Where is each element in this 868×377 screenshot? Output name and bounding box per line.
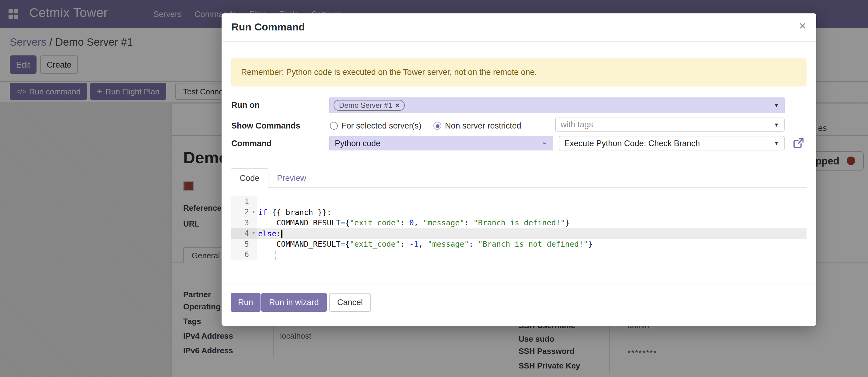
radio-non-server-restricted[interactable] xyxy=(433,122,441,130)
chevron-down-icon: ▼ xyxy=(774,102,779,108)
editor-line-1[interactable]: 1 xyxy=(231,196,807,207)
code-line-content[interactable]: COMMAND_RESULT={"exit_code": -1, "messag… xyxy=(257,239,807,250)
with-tags-select[interactable]: with tags ▼ xyxy=(555,118,785,132)
chevron-down-icon: ⌄ xyxy=(541,137,548,146)
editor-line-4[interactable]: 4▼else: xyxy=(231,228,807,239)
indent-guide xyxy=(267,218,267,228)
radio-label-non-server-restricted[interactable]: Non server restricted xyxy=(445,121,521,130)
indent-guide xyxy=(284,250,284,260)
chevron-down-icon: ▼ xyxy=(774,140,779,146)
run-command-dialog: Run Command × Remember: Python code is e… xyxy=(222,13,816,326)
code-line-content[interactable]: COMMAND_RESULT={"exit_code": 0, "message… xyxy=(257,218,807,228)
command-type-select[interactable]: Python code ⌄ xyxy=(329,136,553,150)
command-type-value: Python code xyxy=(335,139,380,148)
editor-line-3[interactable]: 3 COMMAND_RESULT={"exit_code": 0, "messa… xyxy=(231,218,807,228)
chevron-down-icon: ▼ xyxy=(774,121,779,127)
dialog-header: Run Command × xyxy=(222,13,816,42)
code-line-content[interactable]: else: xyxy=(257,228,807,239)
line-number: 5 xyxy=(245,240,249,248)
line-gutter: 2▼ xyxy=(231,207,257,218)
line-gutter: 4▼ xyxy=(231,228,257,239)
tag-remove-icon[interactable]: × xyxy=(395,102,399,109)
line-number: 2 xyxy=(245,208,249,216)
editor-line-2[interactable]: 2▼if {{ branch }}: xyxy=(231,207,807,218)
code-line-content[interactable] xyxy=(257,250,807,260)
close-icon[interactable]: × xyxy=(799,20,806,32)
show-commands-label: Show Commands xyxy=(231,121,300,130)
code-line-content[interactable]: if {{ branch }}: xyxy=(257,207,807,218)
editor-line-5[interactable]: 5 COMMAND_RESULT={"exit_code": -1, "mess… xyxy=(231,239,807,250)
cancel-button[interactable]: Cancel xyxy=(329,293,371,312)
external-link-icon[interactable] xyxy=(793,137,805,149)
indent-guide xyxy=(267,250,267,260)
line-gutter: 1 xyxy=(231,196,257,207)
line-number: 4 xyxy=(245,229,249,237)
line-gutter: 6 xyxy=(231,250,257,260)
run-on-label: Run on xyxy=(231,100,259,110)
server-tag[interactable]: Demo Server #1 × xyxy=(334,100,405,111)
run-button[interactable]: Run xyxy=(231,293,260,312)
code-line-content[interactable] xyxy=(257,196,807,207)
line-gutter: 3 xyxy=(231,218,257,228)
code-editor[interactable]: 12▼if {{ branch }}:3 COMMAND_RESULT={"ex… xyxy=(231,196,807,260)
editor-line-6[interactable]: 6 xyxy=(231,250,807,260)
indent-guide xyxy=(275,250,276,260)
app-viewport: Cetmix Tower ServersCommandsFilesToolsSe… xyxy=(0,0,868,377)
tab-preview[interactable]: Preview xyxy=(274,168,309,187)
line-gutter: 5 xyxy=(231,239,257,250)
run-on-select[interactable]: Demo Server #1 × ▼ xyxy=(329,97,785,113)
command-reference-select[interactable]: Execute Python Code: Check Branch ▼ xyxy=(559,136,785,150)
text-cursor xyxy=(281,229,282,238)
radio-label-for-selected-servers[interactable]: For selected server(s) xyxy=(341,121,422,130)
warning-alert: Remember: Python code is executed on the… xyxy=(231,58,807,86)
line-number: 1 xyxy=(245,197,249,206)
fold-arrow-icon[interactable]: ▼ xyxy=(251,231,256,235)
run-in-wizard-button[interactable]: Run in wizard xyxy=(261,293,327,312)
with-tags-placeholder: with tags xyxy=(561,120,593,129)
line-number: 6 xyxy=(245,250,249,259)
dialog-title: Run Command xyxy=(231,21,305,33)
line-number: 3 xyxy=(245,219,249,227)
footer-divider xyxy=(222,284,816,284)
command-label: Command xyxy=(231,139,272,148)
radio-for-selected-servers[interactable] xyxy=(330,122,338,130)
indent-guide xyxy=(267,239,267,250)
command-reference-value: Execute Python Code: Check Branch xyxy=(564,139,700,148)
tabs-underline xyxy=(231,187,807,187)
fold-arrow-icon[interactable]: ▼ xyxy=(251,209,256,213)
tab-code[interactable]: Code xyxy=(231,168,269,187)
